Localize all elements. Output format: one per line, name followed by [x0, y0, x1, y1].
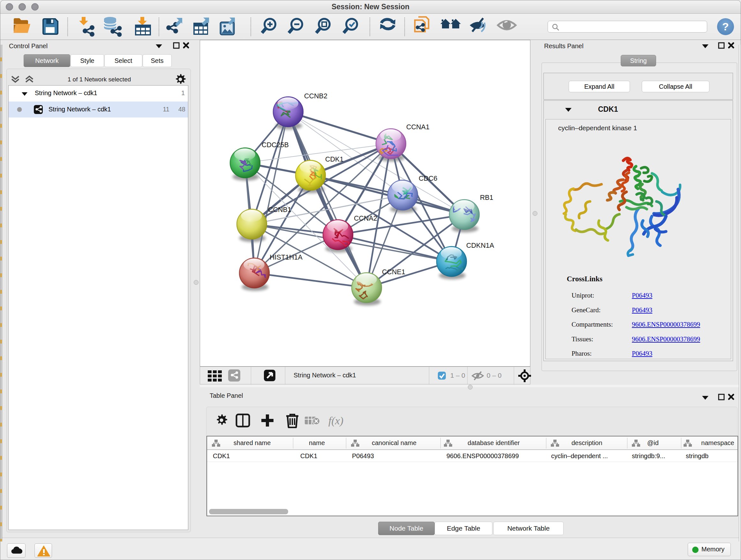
svg-text:CDC6: CDC6	[419, 175, 437, 182]
svg-text:CCNB1: CCNB1	[268, 206, 291, 213]
svg-text:CCNA1: CCNA1	[406, 123, 429, 131]
svg-text:HIST1H1A: HIST1H1A	[270, 253, 302, 261]
svg-text:CDC25B: CDC25B	[262, 141, 289, 149]
svg-text:CCNA2: CCNA2	[354, 214, 377, 222]
svg-text:CCNE1: CCNE1	[382, 268, 405, 276]
svg-text:RB1: RB1	[480, 194, 493, 201]
svg-text:CDK1: CDK1	[325, 155, 343, 163]
svg-text:CDKN1A: CDKN1A	[466, 242, 494, 249]
svg-text:f(x): f(x)	[328, 415, 343, 427]
svg-text:CCNB2: CCNB2	[304, 92, 327, 100]
